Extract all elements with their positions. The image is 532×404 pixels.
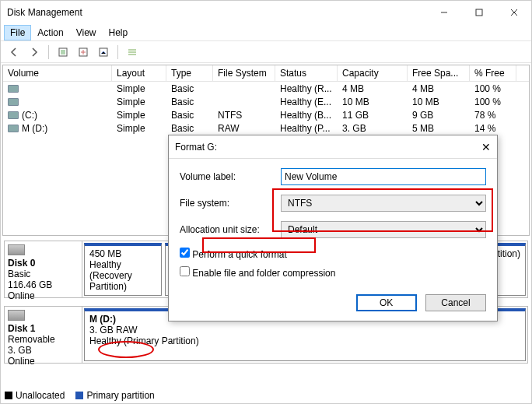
compression-checkbox[interactable]: Enable file and folder compression xyxy=(180,268,335,279)
back-icon[interactable] xyxy=(5,44,23,61)
close-button[interactable] xyxy=(496,1,531,24)
partition-desc: Healthy (Primary Partition) xyxy=(89,335,520,346)
menu-file[interactable]: File xyxy=(4,25,31,40)
disk-icon xyxy=(8,244,25,255)
col-capacity[interactable]: Capacity xyxy=(338,65,408,81)
filesystem-select[interactable]: NTFS xyxy=(281,195,486,212)
allocation-unit-select[interactable]: Default xyxy=(281,221,486,238)
window-title: Disk Management xyxy=(7,7,426,18)
col-free[interactable]: Free Spa... xyxy=(408,65,470,81)
maximize-button[interactable] xyxy=(461,1,496,24)
disk-size: 116.46 GB xyxy=(8,279,79,290)
col-filesystem[interactable]: File System xyxy=(213,65,275,81)
dialog-title: Format G: xyxy=(175,142,467,153)
dialog-close-icon[interactable]: ✕ xyxy=(467,141,491,153)
col-volume[interactable]: Volume xyxy=(3,65,112,81)
disk-state: Online xyxy=(8,356,79,367)
partition-size: 3. GB RAW xyxy=(89,325,520,335)
dialog-titlebar: Format G: ✕ xyxy=(169,135,497,159)
table-row[interactable]: SimpleBasicHealthy (E...10 MB10 MB100 % xyxy=(3,95,529,108)
volume-label-input[interactable] xyxy=(281,168,486,185)
toolbar-button-2[interactable] xyxy=(75,44,92,61)
cancel-button[interactable]: Cancel xyxy=(425,294,486,311)
disk-label: Disk 0 xyxy=(8,258,79,269)
titlebar: Disk Management xyxy=(1,1,531,24)
disk-info-1[interactable]: Disk 1 Removable 3. GB Online xyxy=(5,307,82,363)
menu-view[interactable]: View xyxy=(70,25,103,40)
toolbar xyxy=(1,41,531,63)
disk-kind: Basic xyxy=(8,269,79,279)
filesystem-label: File system: xyxy=(180,198,281,209)
col-type[interactable]: Type xyxy=(166,65,213,81)
table-row[interactable]: (C:)SimpleBasicNTFSHealthy (B...11 GB9 G… xyxy=(3,108,529,121)
partition[interactable]: 450 MB Healthy (Recovery Partition) xyxy=(84,243,162,296)
toolbar-button-4[interactable] xyxy=(124,44,141,61)
compression-label: Enable file and folder compression xyxy=(192,268,335,279)
table-row[interactable]: M (D:)SimpleBasicRAWHealthy (P...3. GB5 … xyxy=(3,121,529,135)
disk-info-0[interactable]: Disk 0 Basic 116.46 GB Online xyxy=(5,241,82,297)
format-dialog: Format G: ✕ Volume label: File system: N… xyxy=(168,135,498,321)
svg-rect-0 xyxy=(476,9,482,16)
col-percent[interactable]: % Free xyxy=(470,65,516,81)
menubar: File Action View Help xyxy=(1,24,531,41)
disk-size: 3. GB xyxy=(8,345,79,356)
menu-action[interactable]: Action xyxy=(31,25,69,40)
col-status[interactable]: Status xyxy=(275,65,338,81)
volume-label-label: Volume label: xyxy=(180,171,281,182)
quick-format-label: Perform a quick format xyxy=(192,249,286,260)
legend-unallocated: Unallocated xyxy=(16,390,65,401)
disk-state: Online xyxy=(8,290,79,301)
partition-size: 450 MB xyxy=(89,248,156,259)
disk-kind: Removable xyxy=(8,334,79,345)
col-layout[interactable]: Layout xyxy=(112,65,166,81)
forward-icon[interactable] xyxy=(26,44,43,61)
table-row[interactable]: SimpleBasicHealthy (R...4 MB4 MB100 % xyxy=(3,82,529,95)
toolbar-button-3[interactable] xyxy=(95,44,112,61)
menu-help[interactable]: Help xyxy=(103,25,135,40)
partition-desc: Healthy (Recovery Partition) xyxy=(89,259,156,292)
legend-primary: Primary partition xyxy=(86,390,154,401)
legend: Unallocated Primary partition xyxy=(5,390,155,401)
quick-format-checkbox[interactable]: Perform a quick format xyxy=(180,249,287,260)
minimize-button[interactable] xyxy=(426,1,461,24)
ok-button[interactable]: OK xyxy=(356,294,417,311)
allocation-unit-label: Allocation unit size: xyxy=(180,224,281,235)
toolbar-button-1[interactable] xyxy=(54,44,72,61)
disk-label: Disk 1 xyxy=(8,323,79,334)
disk-icon xyxy=(8,310,25,321)
column-headers: Volume Layout Type File System Status Ca… xyxy=(3,65,529,82)
